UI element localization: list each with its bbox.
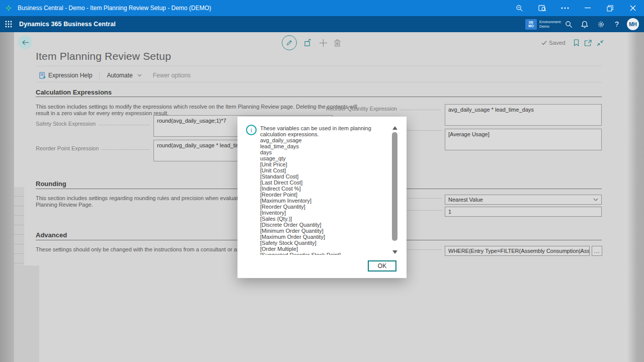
section-rule <box>36 97 602 97</box>
variable-item: [Reorder Quantity] <box>260 204 387 210</box>
rounding-description-line2: Planning Review Page. <box>36 202 93 208</box>
dimmed-backdrop-left <box>0 32 14 362</box>
screen: Business Central - Demo - Item Planning … <box>0 0 644 362</box>
close-icon[interactable] <box>621 0 644 16</box>
new-plus-button[interactable] <box>319 39 327 47</box>
back-button[interactable] <box>18 35 32 49</box>
variable-item: [Discrete Order Quantity] <box>260 222 387 228</box>
reorder-point-label: Reorder Point Expression <box>36 145 99 151</box>
variable-item: [Order Multiple] <box>260 246 387 252</box>
bookmark-icon[interactable] <box>574 39 579 46</box>
dimmed-backdrop-right <box>627 32 644 362</box>
environment-badge-top: DE <box>529 21 533 24</box>
variable-item: days <box>260 149 387 155</box>
window-title: Business Central - Demo - Item Planning … <box>18 5 211 12</box>
share-button[interactable] <box>304 39 312 47</box>
safety-stock-label: Safety Stock Expression <box>36 121 96 127</box>
divider <box>36 82 602 82</box>
open-in-new-window-icon[interactable] <box>584 39 592 46</box>
calculation-description-line1: This section includes settings to modify… <box>36 104 357 110</box>
user-avatar[interactable]: MH <box>627 18 639 30</box>
scrollbar-up-arrow[interactable] <box>392 126 397 130</box>
reorder-quantity-expression-field[interactable]: avg_daily_usage * lead_time_days <box>445 104 602 126</box>
save-status-label: Saved <box>549 40 566 46</box>
environment-badge-bottom: MO <box>528 24 533 28</box>
average-usage-expression-field[interactable]: [Average Usage] <box>445 129 602 150</box>
more-options-icon[interactable] <box>553 0 576 16</box>
dotted-leader <box>400 110 441 110</box>
background-list-edge <box>14 265 39 362</box>
variable-item: [Sales (Qty.)] <box>260 216 387 222</box>
variable-item: [Maximum Order Quantity] <box>260 234 387 240</box>
maximize-restore-icon[interactable] <box>599 0 621 16</box>
ok-button[interactable]: OK <box>368 260 396 272</box>
scrollbar-down-arrow[interactable] <box>392 250 397 254</box>
dotted-leader <box>99 125 149 125</box>
variable-item: usage_qty <box>260 155 387 161</box>
check-icon <box>541 40 547 45</box>
page-action-icons <box>282 35 341 50</box>
fewer-options-button[interactable]: Fewer options <box>153 72 191 79</box>
info-icon: i <box>246 125 257 135</box>
chevron-down-icon <box>593 198 598 201</box>
automate-menu[interactable]: Automate <box>107 72 141 79</box>
variable-item: [Indirect Cost %] <box>260 186 387 192</box>
edit-pencil-button[interactable] <box>282 35 297 50</box>
dialog-scrollbar[interactable] <box>391 125 398 255</box>
rounding-precision-input[interactable]: 1 <box>445 207 602 217</box>
variable-item: avg_daily_usage <box>260 137 387 143</box>
brand-title[interactable]: Dynamics 365 Business Central <box>19 21 116 28</box>
rounding-method-select[interactable]: Nearest Value <box>445 195 602 205</box>
variable-item: [Safety Stock Quantity] <box>260 240 387 246</box>
variable-item: [Last Direct Cost] <box>260 179 387 186</box>
toolbar-divider <box>99 72 100 79</box>
window-search-icon[interactable] <box>531 0 553 16</box>
reorder-qty-label-row: Reorder Quantity Expression <box>326 105 444 112</box>
expression-help-icon <box>39 72 46 79</box>
business-central-app-icon <box>5 4 13 12</box>
save-status: Saved <box>541 40 566 46</box>
reorder-point-label-row: Reorder Point Expression <box>36 145 152 151</box>
notifications-bell-icon[interactable] <box>577 16 593 32</box>
expression-help-label: Expression Help <box>48 72 92 79</box>
help-icon[interactable]: ? <box>609 16 625 32</box>
variable-item: [Minimum Order Quantity] <box>260 228 387 234</box>
action-toolbar: Expression Help Automate Fewer options <box>39 71 191 80</box>
minimize-icon[interactable] <box>576 0 599 16</box>
variable-item: [Unit Price] <box>260 161 387 167</box>
section-heading-rounding: Rounding <box>36 180 66 188</box>
variables-list: avg_daily_usagelead_time_daysdaysusage_q… <box>260 137 387 252</box>
advanced-filter-input[interactable]: WHERE(Entry Type=FILTER(Assembly Consump… <box>445 246 590 256</box>
scrollbar-thumb[interactable] <box>392 132 397 241</box>
variable-item: [Inventory] <box>260 210 387 216</box>
variable-item-clipped: [Suggested Reorder Stock Point] <box>260 252 387 255</box>
search-icon[interactable] <box>560 16 577 32</box>
automate-label: Automate <box>107 72 132 79</box>
page-title: Item Planning Review Setup <box>36 50 171 62</box>
variable-item: [Standard Cost] <box>260 173 387 179</box>
dialog-message: These variables can be used in item plan… <box>260 125 387 137</box>
variable-item: lead_time_days <box>260 143 387 149</box>
settings-gear-icon[interactable] <box>593 16 609 32</box>
section-heading-calculation-expressions: Calculation Expressions <box>36 88 112 96</box>
collapse-icon[interactable] <box>597 39 604 46</box>
app-header: Dynamics 365 Business Central DE MO Envi… <box>0 16 644 32</box>
reorder-qty-label: Reorder Quantity Expression <box>326 106 397 112</box>
zoom-out-icon[interactable] <box>508 0 531 16</box>
rounding-method-value: Nearest Value <box>448 197 483 203</box>
divider <box>36 66 602 66</box>
environment-name: Demo <box>539 24 560 29</box>
dialog-message-area: These variables can be used in item plan… <box>260 125 387 255</box>
expression-help-button[interactable]: Expression Help <box>39 72 92 79</box>
safety-stock-label-row: Safety Stock Expression <box>36 120 152 127</box>
delete-trash-button[interactable] <box>334 39 341 47</box>
calculation-description-line2: result in a zero value for every entry e… <box>36 110 169 117</box>
environment-label: Environment: <box>539 20 560 24</box>
section-heading-advanced: Advanced <box>36 231 67 239</box>
environment-text: Environment: Demo <box>539 20 560 29</box>
assist-edit-button[interactable]: ... <box>592 246 602 256</box>
environment-badge: DE MO <box>525 19 537 30</box>
fewer-options-label: Fewer options <box>153 72 191 79</box>
variable-item: [Maximum Inventory] <box>260 198 387 204</box>
app-launcher-icon[interactable] <box>5 21 12 28</box>
